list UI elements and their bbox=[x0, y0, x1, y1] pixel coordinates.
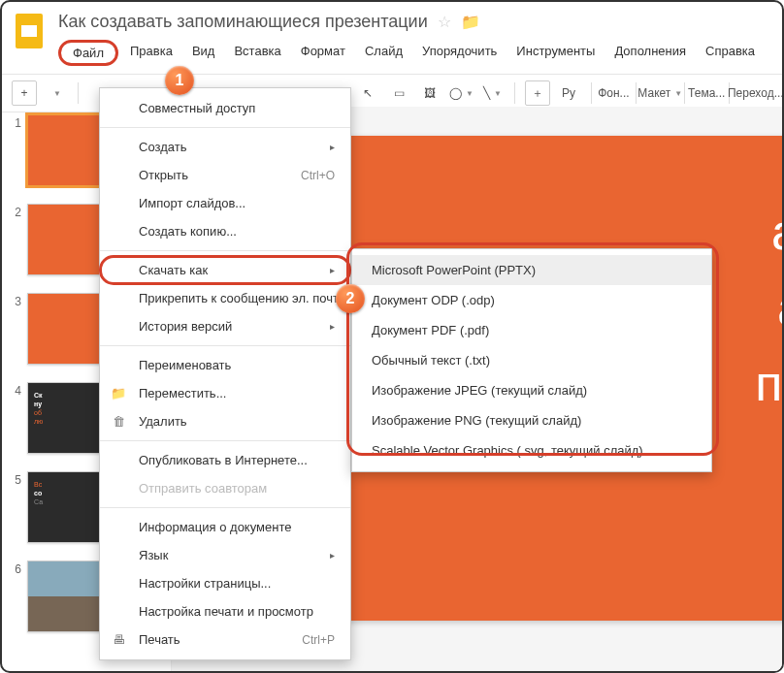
menu-file[interactable]: Файл bbox=[58, 40, 118, 66]
submenu-pptx[interactable]: Microsoft PowerPoint (PPTX) bbox=[352, 255, 711, 285]
menu-insert[interactable]: Вставка bbox=[224, 40, 290, 66]
annotation-badge-1: 1 bbox=[165, 66, 194, 95]
menu-format[interactable]: Формат bbox=[291, 40, 355, 66]
menu-print[interactable]: 🖶ПечатьCtrl+P bbox=[100, 625, 350, 654]
menu-delete[interactable]: 🗑Удалить bbox=[100, 407, 350, 435]
menu-open[interactable]: ОткрытьCtrl+O bbox=[100, 161, 350, 189]
slide-number: 1 bbox=[8, 114, 21, 186]
comment-button[interactable]: ＋ bbox=[525, 80, 550, 106]
menu-publish-web[interactable]: Опубликовать в Интернете... bbox=[100, 446, 350, 474]
file-dropdown-menu: Совместный доступ Создать▸ ОткрытьCtrl+O… bbox=[99, 87, 351, 660]
menu-move[interactable]: 📁Переместить... bbox=[100, 379, 350, 407]
menu-rename[interactable]: Переименовать bbox=[100, 351, 350, 379]
slide-number: 2 bbox=[8, 204, 21, 275]
menu-download-as[interactable]: Скачать как▸ bbox=[100, 256, 350, 284]
menu-doc-info[interactable]: Информация о документе bbox=[100, 513, 350, 541]
image-tool[interactable]: 🖼 bbox=[417, 80, 442, 106]
slides-logo[interactable] bbox=[12, 10, 47, 52]
menu-arrange[interactable]: Упорядочить bbox=[412, 40, 506, 66]
annotation-badge-2: 2 bbox=[336, 284, 365, 313]
menu-version-history[interactable]: История версий▸ bbox=[100, 312, 350, 340]
menu-print-preview[interactable]: Настройка печати и просмотр bbox=[100, 597, 350, 625]
menu-tools[interactable]: Инструменты bbox=[506, 40, 604, 66]
slide-number: 5 bbox=[8, 471, 21, 543]
menu-page-setup[interactable]: Настройки страницы... bbox=[100, 569, 350, 597]
line-tool[interactable]: ╲▼ bbox=[479, 80, 505, 106]
folder-icon: 📁 bbox=[110, 386, 127, 401]
menu-language[interactable]: Язык▸ bbox=[100, 541, 350, 569]
textbox-tool[interactable]: ▭ bbox=[386, 80, 411, 106]
svg-rect-1 bbox=[21, 25, 37, 37]
menubar: Файл Правка Вид Вставка Формат Слайд Упо… bbox=[58, 40, 772, 66]
menu-slide[interactable]: Слайд bbox=[355, 40, 412, 66]
print-icon: 🖶 bbox=[110, 632, 127, 647]
submenu-pdf[interactable]: Документ PDF (.pdf) bbox=[352, 315, 711, 345]
submenu-txt[interactable]: Обычный текст (.txt) bbox=[352, 345, 711, 375]
layout-button[interactable]: Макет▼ bbox=[646, 80, 674, 106]
transition-button[interactable]: Переход... bbox=[739, 80, 772, 106]
submenu-png[interactable]: Изображение PNG (текущий слайд) bbox=[352, 405, 711, 435]
background-button[interactable]: Фон... bbox=[601, 80, 626, 106]
theme-button[interactable]: Тема... bbox=[694, 80, 719, 106]
doc-title[interactable]: Как создавать запоминающиеся презентации bbox=[58, 12, 428, 32]
new-slide-caret[interactable]: ▼ bbox=[43, 80, 68, 106]
star-icon[interactable]: ☆ bbox=[438, 13, 451, 31]
submenu-svg[interactable]: Scalable Vector Graphics (.svg, текущий … bbox=[352, 435, 711, 465]
slide-number: 4 bbox=[8, 382, 21, 454]
menu-email-attach[interactable]: Прикрепить к сообщению эл. почты bbox=[100, 284, 350, 312]
new-slide-button[interactable]: + bbox=[12, 80, 37, 106]
slide-number: 6 bbox=[8, 561, 21, 632]
menu-edit[interactable]: Правка bbox=[120, 40, 182, 66]
menu-share[interactable]: Совместный доступ bbox=[100, 94, 350, 122]
submenu-jpeg[interactable]: Изображение JPEG (текущий слайд) bbox=[352, 375, 711, 405]
menu-send-collab: Отправить соавторам bbox=[100, 474, 350, 502]
menu-view[interactable]: Вид bbox=[182, 40, 225, 66]
menu-import-slides[interactable]: Импорт слайдов... bbox=[100, 189, 350, 217]
submenu-odp[interactable]: Документ ODP (.odp) bbox=[352, 285, 711, 315]
folder-icon[interactable]: 📁 bbox=[461, 13, 480, 31]
ru-button[interactable]: Ру bbox=[556, 80, 581, 106]
trash-icon: 🗑 bbox=[110, 414, 127, 429]
menu-addons[interactable]: Дополнения bbox=[604, 40, 696, 66]
slide-number: 3 bbox=[8, 293, 21, 365]
shape-tool[interactable]: ◯▼ bbox=[448, 80, 474, 106]
menu-help[interactable]: Справка bbox=[696, 40, 765, 66]
cursor-tool[interactable]: ↖ bbox=[355, 80, 380, 106]
menu-make-copy[interactable]: Создать копию... bbox=[100, 217, 350, 245]
menu-new[interactable]: Создать▸ bbox=[100, 133, 350, 161]
download-as-submenu: Microsoft PowerPoint (PPTX) Документ ODP… bbox=[351, 248, 712, 472]
